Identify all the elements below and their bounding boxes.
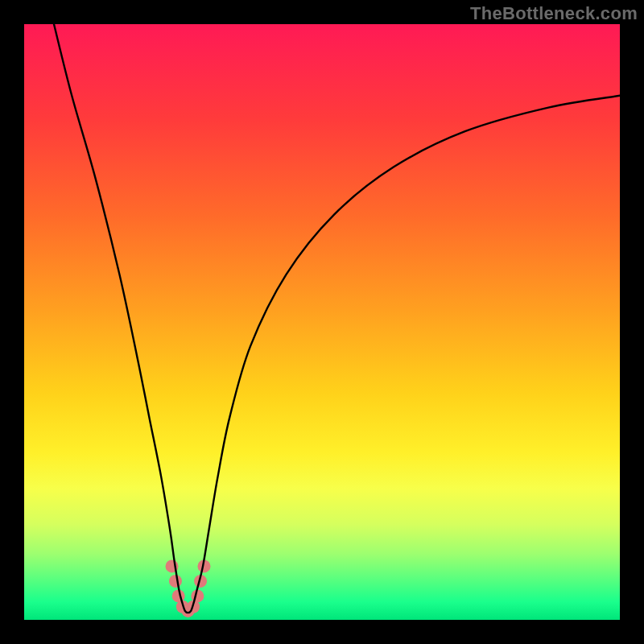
curve-layer bbox=[24, 24, 620, 620]
marker-group bbox=[166, 559, 211, 617]
watermark: TheBottleneck.com bbox=[470, 3, 638, 24]
chart-area bbox=[24, 24, 620, 620]
data-marker bbox=[169, 575, 182, 588]
bottleneck-curve bbox=[54, 24, 620, 613]
